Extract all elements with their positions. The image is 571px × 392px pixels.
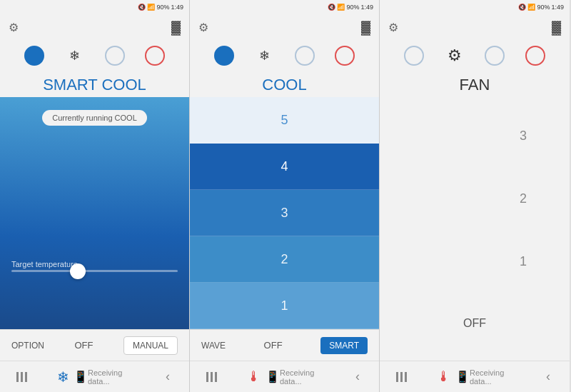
settings-icon-2[interactable]: ⚙ <box>198 21 208 34</box>
settings-icon-3[interactable]: ⚙ <box>388 21 398 34</box>
ac-indicator-3: 🌡 📱 <box>437 368 470 385</box>
panel-fan: 🔇 📶 90% 1:49 ⚙ ▓ ⚙ FAN 3 2 1 OFF <box>380 0 570 392</box>
mode-dry-3[interactable] <box>485 46 505 66</box>
time-display-3: 1:49 <box>551 4 564 11</box>
smart-cool-content: Currently running COOL Target temperatur… <box>0 97 189 329</box>
receiving-text-1: Receiving data... <box>88 368 132 386</box>
cool-item-2[interactable]: 2 <box>190 236 379 283</box>
bottom-bar-2: WAVE OFF SMART <box>190 329 379 361</box>
temp-slider-track[interactable] <box>11 270 178 272</box>
status-bar-2: 🔇 📶 90% 1:49 <box>190 0 379 14</box>
battery-icon-2: ▓ <box>361 20 370 35</box>
mode-fan[interactable]: ❄ <box>64 46 84 66</box>
remote-icon-2: 📱 <box>266 370 280 383</box>
panel-smart-cool: 🔇 📶 90% 1:49 ⚙ ▓ ❄ SMART COOL Currently … <box>0 0 190 392</box>
nav-center-1: ❄ 📱 Receiving data... <box>43 368 146 386</box>
mode-heat[interactable] <box>145 46 165 66</box>
mode-cool-3[interactable] <box>404 46 424 66</box>
cool-list: 5 4 3 2 1 <box>190 97 379 329</box>
mode-cool-2[interactable] <box>214 46 234 66</box>
status-icons-1: 🔇 📶 90% 1:49 <box>138 4 183 11</box>
top-icon-bar-3: ⚙ ▓ <box>380 14 570 40</box>
battery-percent-3: 90% <box>537 4 550 11</box>
mute-icon-2: 🔇 <box>328 4 335 11</box>
fan-icon[interactable]: ❄ <box>69 48 80 64</box>
fan-icon-2[interactable]: ❄ <box>259 48 270 64</box>
mode-dry-2[interactable] <box>295 46 315 66</box>
mode-selector-1: ❄ <box>0 40 189 71</box>
cool-item-3[interactable]: 3 <box>190 190 379 236</box>
signal-icon-3: 📶 <box>527 4 535 11</box>
ac-indicator-2: 🌡 📱 <box>247 368 280 385</box>
smart-button[interactable]: SMART <box>320 337 368 354</box>
cool-item-1[interactable]: 1 <box>190 283 379 329</box>
mode-cool[interactable] <box>24 46 44 66</box>
fan-off[interactable]: OFF <box>380 317 570 330</box>
fan-item-1[interactable]: 1 <box>380 254 570 269</box>
nav-menu-dots-2[interactable] <box>190 372 233 382</box>
panel-title-3: FAN <box>380 71 570 97</box>
remote-icon-1: 📱 <box>74 370 88 383</box>
top-icon-bar-1: ⚙ ▓ <box>0 14 189 40</box>
bottom-bar-1: OPTION OFF MANUAL <box>0 329 189 361</box>
ac-icon-red-3: 🌡 <box>437 368 451 385</box>
cool-item-5[interactable]: 5 <box>190 97 379 144</box>
nav-right-3[interactable]: ‹ <box>527 369 570 384</box>
signal-icon-2: 📶 <box>337 4 345 11</box>
mode-heat-3[interactable] <box>525 46 545 66</box>
fan-item-3[interactable]: 3 <box>380 129 570 144</box>
nav-right-2[interactable]: ‹ <box>336 369 379 384</box>
cool-item-4[interactable]: 4 <box>190 144 379 190</box>
ac-icon-red-2: 🌡 <box>247 368 261 385</box>
status-icons-2: 🔇 📶 90% 1:49 <box>328 4 373 11</box>
mute-icon-3: 🔇 <box>518 4 526 11</box>
manual-button[interactable]: MANUAL <box>123 336 178 355</box>
status-bar-3: 🔇 📶 90% 1:49 <box>380 0 570 14</box>
nav-bar-3: 🌡 📱 Receiving data... ‹ <box>380 361 570 392</box>
signal-icon: 📶 <box>147 4 155 11</box>
mode-heat-2[interactable] <box>335 46 355 66</box>
battery-icon: ▓ <box>171 20 181 35</box>
option-button[interactable]: OPTION <box>11 341 44 351</box>
panel-title-1: SMART COOL <box>0 71 189 97</box>
running-badge: Currently running COOL <box>42 110 147 126</box>
nav-right-1[interactable]: ‹ <box>146 369 189 384</box>
nav-center-2: 🌡 📱 Receiving data... <box>233 368 336 386</box>
fan-spinning-icon[interactable]: ⚙ <box>448 46 462 65</box>
back-button-2[interactable]: ‹ <box>355 369 360 384</box>
mode-selector-3: ⚙ <box>380 40 570 71</box>
off-button-1[interactable]: OFF <box>75 340 94 351</box>
nav-bar-1: ❄ 📱 Receiving data... ‹ <box>0 361 189 392</box>
temp-slider-thumb[interactable] <box>70 263 86 279</box>
remote-icon-3: 📱 <box>455 370 470 383</box>
target-temp-label: Target temperature <box>11 260 78 268</box>
nav-bar-2: 🌡 📱 Receiving data... ‹ <box>190 361 379 392</box>
ac-icon-blue: ❄ <box>57 368 69 386</box>
mute-icon: 🔇 <box>138 4 146 11</box>
panel-cool: 🔇 📶 90% 1:49 ⚙ ▓ ❄ COOL 5 4 3 2 <box>190 0 380 392</box>
nav-menu-dots-3[interactable] <box>380 372 423 382</box>
time-display: 1:49 <box>171 4 183 11</box>
panel-title-2: COOL <box>190 71 379 97</box>
battery-percent: 90% <box>156 4 169 11</box>
mode-fan-active-3[interactable]: ⚙ <box>445 46 465 66</box>
settings-icon[interactable]: ⚙ <box>9 21 19 34</box>
status-icons-3: 🔇 📶 90% 1:49 <box>518 4 564 11</box>
receiving-text-3: Receiving data... <box>470 368 512 386</box>
wave-button[interactable]: WAVE <box>201 341 226 351</box>
battery-icon-3: ▓ <box>552 20 561 35</box>
status-bar-1: 🔇 📶 90% 1:49 <box>0 0 189 14</box>
fan-item-2[interactable]: 2 <box>380 191 570 206</box>
nav-menu-dots-1[interactable] <box>0 372 43 382</box>
mode-selector-2: ❄ <box>190 40 379 71</box>
back-button-3[interactable]: ‹ <box>546 369 550 384</box>
nav-center-3: 🌡 📱 Receiving data... <box>423 368 527 386</box>
receiving-text-2: Receiving data... <box>280 368 322 386</box>
back-button-1[interactable]: ‹ <box>166 369 170 384</box>
mode-fan-2[interactable]: ❄ <box>254 46 274 66</box>
ac-indicator-1: ❄ 📱 <box>57 368 88 386</box>
battery-percent-2: 90% <box>346 4 359 11</box>
top-icon-bar-2: ⚙ ▓ <box>190 14 379 40</box>
off-button-2[interactable]: OFF <box>264 340 283 351</box>
mode-dry[interactable] <box>105 46 125 66</box>
